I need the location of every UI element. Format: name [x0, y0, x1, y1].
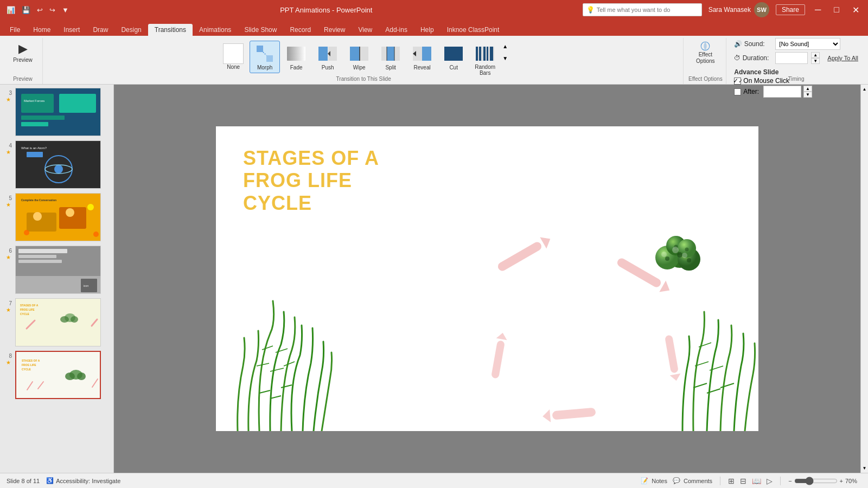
svg-rect-28	[59, 94, 96, 113]
tab-file[interactable]: File	[3, 24, 27, 36]
after-input[interactable]: 00:00.00	[763, 86, 801, 98]
zoom-in-icon[interactable]: +	[840, 478, 843, 484]
reveal-label: Reveal	[414, 65, 431, 70]
transition-fade[interactable]: Fade	[281, 41, 311, 73]
tab-review[interactable]: Review	[317, 24, 352, 36]
transition-split[interactable]: Split	[375, 41, 406, 73]
after-up[interactable]: ▲	[803, 86, 812, 92]
cut-icon	[443, 43, 464, 65]
svg-line-84	[281, 385, 292, 388]
svg-rect-20	[479, 47, 481, 61]
split-label: Split	[385, 65, 395, 70]
after-down[interactable]: ▼	[803, 92, 812, 98]
more-icon[interactable]: ▼	[62, 6, 69, 14]
slide-thumb-7[interactable]: STAGES OF A FROG LIFE CYCLE	[15, 298, 101, 346]
slide-item-4[interactable]: 4 ★ What is an Atom?	[2, 139, 111, 190]
apply-to-all-button[interactable]: Apply To All	[827, 55, 858, 61]
share-button[interactable]: Share	[776, 4, 805, 15]
slide-item-3[interactable]: 3 ★ Market Forces	[2, 87, 111, 137]
minimize-button[interactable]: ─	[812, 5, 824, 15]
zoom-slider[interactable]	[794, 477, 838, 485]
scroll-up-icon[interactable]: ▲	[502, 43, 508, 49]
right-scroll-up[interactable]: ▲	[863, 87, 867, 92]
tab-home[interactable]: Home	[27, 24, 57, 36]
duration-spinner[interactable]: ▲ ▼	[811, 52, 820, 64]
tell-me-input[interactable]	[597, 7, 694, 13]
slide-star-7: ★	[6, 307, 11, 313]
tab-animations[interactable]: Animations	[193, 24, 238, 36]
effect-options-button[interactable]: EffectOptions	[689, 41, 722, 73]
slide-num-4: 4	[4, 140, 12, 149]
tell-me-search[interactable]: 💡	[583, 3, 702, 16]
slide-item-8[interactable]: 8 ★ STAGES OF A FROG LIFE CYCLE	[2, 350, 111, 400]
zoom-out-icon[interactable]: −	[788, 478, 792, 484]
duration-input[interactable]: 02.00	[775, 52, 808, 64]
slide-info: Slide 8 of 11	[7, 478, 40, 484]
sound-select[interactable]: [No Sound]	[775, 38, 840, 50]
after-spinner[interactable]: ▲ ▼	[803, 86, 812, 98]
slide-thumb-5[interactable]: Complete the Conversation	[15, 193, 101, 241]
comments-label: Comments	[684, 478, 712, 484]
transition-cut[interactable]: Cut	[438, 41, 469, 73]
transition-push[interactable]: Push	[312, 41, 343, 73]
svg-rect-36	[27, 152, 43, 157]
morph-label: Morph	[257, 65, 272, 70]
tab-help[interactable]: Help	[414, 24, 441, 36]
slide-sorter-icon[interactable]: ⊟	[740, 477, 746, 485]
slideshow-icon[interactable]: ▷	[767, 477, 773, 485]
duration-up[interactable]: ▲	[811, 52, 820, 58]
tab-addins[interactable]: Add-ins	[379, 24, 414, 36]
notes-button[interactable]: 📝 Notes	[641, 477, 667, 484]
tab-slideshow[interactable]: Slide Show	[238, 24, 283, 36]
slide-thumb-8[interactable]: STAGES OF A FROG LIFE CYCLE	[15, 351, 101, 399]
tab-design[interactable]: Design	[114, 24, 148, 36]
transition-none[interactable]: None	[218, 41, 248, 73]
tab-transitions[interactable]: Transitions	[148, 24, 193, 36]
scroll-down-icon[interactable]: ▼	[502, 55, 508, 61]
on-mouse-click-checkbox[interactable]: ✓	[734, 78, 741, 85]
tab-insert[interactable]: Insert	[57, 24, 86, 36]
preview-button[interactable]: ▶ Preview	[8, 41, 38, 73]
transition-wipe[interactable]: Wipe	[344, 41, 374, 73]
restore-button[interactable]: □	[831, 5, 843, 15]
notes-label: Notes	[652, 478, 667, 484]
redo-icon[interactable]: ↪	[49, 6, 55, 14]
duration-down[interactable]: ▼	[811, 58, 820, 64]
comments-button[interactable]: 💬 Comments	[673, 477, 712, 484]
slide-thumb-4[interactable]: What is an Atom?	[15, 140, 101, 189]
tab-view[interactable]: View	[352, 24, 379, 36]
slide-item-6[interactable]: 6 ★ icon	[2, 245, 111, 295]
normal-view-icon[interactable]: ⊞	[728, 477, 735, 485]
right-scroll-down[interactable]: ▼	[863, 466, 867, 471]
zoom-level[interactable]: 70%	[845, 478, 861, 484]
ribbon: ▶ Preview Preview None	[0, 36, 868, 85]
effect-options-label: EffectOptions	[696, 52, 714, 65]
transition-random-bars[interactable]: Random Bars	[470, 41, 500, 73]
tab-record[interactable]: Record	[283, 24, 317, 36]
svg-rect-29	[21, 122, 48, 126]
accessibility-section[interactable]: ♿ Accessibility: Investigate	[46, 477, 120, 484]
after-checkbox[interactable]	[734, 88, 741, 95]
undo-icon[interactable]: ↩	[37, 6, 43, 14]
save-icon[interactable]: 💾	[22, 6, 30, 14]
transition-reveal[interactable]: Reveal	[407, 41, 437, 73]
transition-morph[interactable]: Morph	[250, 41, 280, 73]
transition-scroll[interactable]: ▲ ▼	[501, 41, 509, 73]
svg-point-105	[685, 248, 689, 252]
slide-title-line3: CYCLE	[243, 192, 379, 214]
comments-icon: 💬	[673, 477, 680, 484]
slide-item-5[interactable]: 5 ★ Complete the Conversation	[2, 192, 111, 242]
slide-item-7[interactable]: 7 ★ STAGES OF A FROG LIFE CYCLE	[2, 297, 111, 348]
slide-thumb-3[interactable]: Market Forces	[15, 88, 101, 136]
close-button[interactable]: ✕	[849, 5, 863, 15]
tab-classpoint[interactable]: Inknoe ClassPoint	[441, 24, 506, 36]
reading-view-icon[interactable]: 📖	[752, 477, 761, 485]
slide-star-6: ★	[6, 254, 11, 260]
slide-star-8: ★	[6, 359, 11, 365]
svg-rect-48	[18, 249, 67, 253]
user-name: Sara Wanasek	[709, 6, 751, 14]
tab-draw[interactable]: Draw	[86, 24, 114, 36]
slide-thumb-6[interactable]: icon	[15, 246, 101, 294]
svg-point-106	[672, 247, 679, 253]
svg-rect-23	[490, 47, 493, 61]
